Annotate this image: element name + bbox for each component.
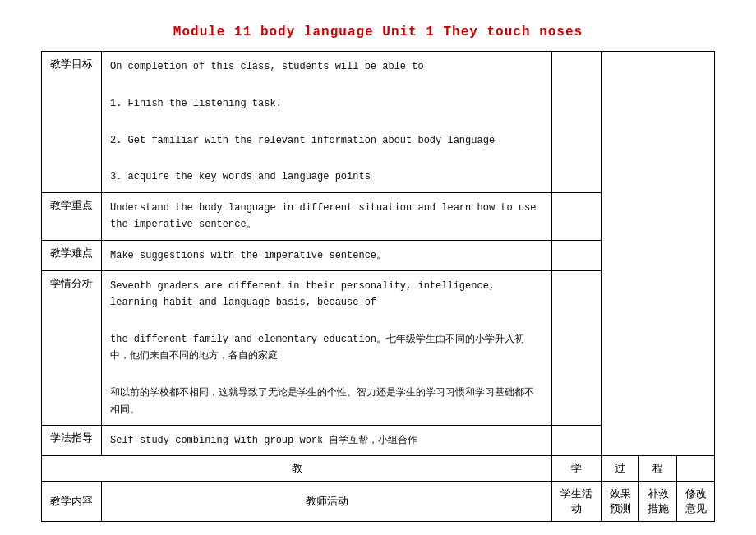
content-xuefazhidao: Self-study combining with group work 自学互…	[102, 426, 552, 456]
content-jiaoxuezhongdian: Understand the body language in differen…	[102, 192, 552, 240]
subheader-bujiucuoshi: 补救措施	[639, 482, 677, 522]
table-row-jiaoxuenandian: 教学难点 Make suggestions with the imperativ…	[42, 240, 715, 270]
right-empty-3	[552, 240, 602, 270]
table-row-jiaoxuezhongdian: 教学重点 Understand the body language in dif…	[42, 192, 715, 240]
subheader-jiaoshihuodong: 教师活动	[102, 482, 552, 522]
process-col-xue: 学	[552, 456, 602, 482]
table-row-jiaoxuemubiao: 教学目标 On completion of this class, studen…	[42, 52, 715, 193]
label-xuefazhidao: 学法指导	[42, 426, 102, 456]
right-empty-4	[552, 270, 602, 425]
subheader-jiaoxueneirong: 教学内容	[42, 482, 102, 522]
subheader-xueshenghuodong: 学生活动	[552, 482, 602, 522]
main-table: 教学目标 On completion of this class, studen…	[41, 51, 715, 522]
process-col-empty	[677, 456, 715, 482]
table-row-subheader: 教学内容 教师活动 学生活动 效果预测 补救措施 修改意见	[42, 482, 715, 522]
right-empty-1	[552, 52, 602, 193]
process-col-jiao: 教	[42, 456, 552, 482]
label-jiaoxuezhongdian: 教学重点	[42, 192, 102, 240]
table-row-process-header: 教 学 过 程	[42, 456, 715, 482]
table-row-xueqingfenxi: 学情分析 Seventh graders are different in th…	[42, 270, 715, 425]
subheader-xiaoguoyuce: 效果预测	[602, 482, 639, 522]
content-jiaoxuemubiao: On completion of this class, students wi…	[102, 52, 552, 193]
label-xueqingfenxi: 学情分析	[42, 270, 102, 425]
process-col-guo: 过	[602, 456, 639, 482]
label-jiaoxuenandian: 教学难点	[42, 240, 102, 270]
subheader-xiugaiyijian: 修改意见	[677, 482, 715, 522]
right-empty-2	[552, 192, 602, 240]
right-empty-5	[552, 426, 602, 456]
label-jiaoxuemubiao: 教学目标	[42, 52, 102, 193]
content-xueqingfenxi: Seventh graders are different in their p…	[102, 270, 552, 425]
page-title: Module 11 body language Unit 1 They touc…	[41, 25, 715, 39]
process-col-cheng: 程	[639, 456, 677, 482]
content-jiaoxuenandian: Make suggestions with the imperative sen…	[102, 240, 552, 270]
table-row-xuefazhidao: 学法指导 Self-study combining with group wor…	[42, 426, 715, 456]
